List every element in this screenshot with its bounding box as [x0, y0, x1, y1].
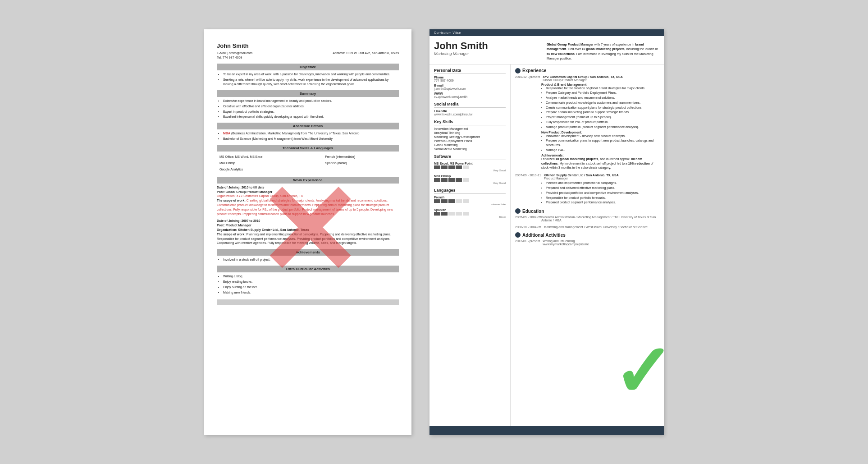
phone-label: Phone: [434, 76, 506, 79]
summary-item-1: Extensive experience in brand management…: [223, 99, 399, 103]
academic-list: MBA (Business Administration, Marketing …: [217, 131, 399, 141]
work-date-1: Date of Joining: 2010 to till date: [217, 185, 399, 190]
add-dates-1: 2012-01 - present: [515, 239, 540, 246]
b1-9: Manage product portfolio (product segmen…: [546, 125, 659, 129]
lang-name-2: Spanish: [434, 208, 506, 211]
skill-6: Social Media Marketing: [434, 147, 506, 151]
left-footer-bar: [217, 299, 399, 305]
skill-1: Innovation Management: [434, 127, 506, 130]
b2-1: Innovation development - develop new pro…: [546, 134, 659, 138]
b1-1: Responsible for the creation of global b…: [546, 86, 659, 91]
software-item-2: Mail Chimp Very Good: [434, 175, 506, 184]
b3-1: Planned and implemented promotional camp…: [546, 181, 659, 185]
technical-header: Technical Skills & Languages: [217, 145, 399, 152]
b1-8: Fully responsible for P&L of product por…: [546, 120, 659, 124]
lang-name-1: French: [434, 196, 506, 199]
bar-block: [456, 212, 462, 216]
b3-3: Provided product portfolios and competit…: [546, 191, 659, 195]
work-header: Work Experience: [217, 177, 399, 184]
right-left-col: Personal Data Phone 774-987-4009 E-mail …: [429, 64, 511, 426]
skills-table: MS Office: MS Word, MS Excel French (int…: [217, 153, 399, 173]
summary-list: Extensive experience in brand management…: [217, 99, 399, 119]
bar-block: [441, 199, 448, 203]
sub-heading-2: New Product Development:: [541, 131, 659, 134]
linkedin-value: www.linkedin.com/johnsutw: [434, 113, 506, 116]
bullets-1: Responsible for the creation of global b…: [541, 86, 659, 129]
cv-label: Curriculum Vitae: [434, 31, 461, 34]
bar-block: [463, 165, 469, 169]
edu-icon: [515, 208, 521, 214]
add-activity: Writing and Influencing: [543, 239, 589, 243]
personal-data-title: Personal Data: [434, 68, 506, 74]
software-name-2: Mail Chimp: [434, 175, 506, 178]
education-title: Education: [515, 208, 659, 214]
b3-4: Responsible for product portfolio foreca…: [546, 196, 659, 200]
right-resume-wrapper: Curriculum Vitae John Smith Marketing Ma…: [429, 29, 664, 435]
exp-body-2: Planned and implemented promotional camp…: [515, 181, 659, 205]
objective-item-2: Seeking a role, where I will be able to …: [223, 78, 399, 87]
right-body: Personal Data Phone 774-987-4009 E-mail …: [429, 64, 664, 426]
bar-block: [434, 199, 440, 203]
right-bottom-bar: [429, 426, 664, 435]
work-entry-2: Date of Joining: 2007 to 2010 Post: Prod…: [217, 219, 399, 245]
bar-block: [456, 199, 462, 203]
work-date-2: Date of Joining: 2007 to 2010: [217, 219, 399, 223]
language-1: French Intermediate: [434, 196, 506, 206]
work-post-1: Post: Global Group Product Manager: [217, 190, 399, 194]
b1-2: Prepare Category and Portfolio Deploymen…: [546, 91, 659, 95]
skill-mailchimp: Mail Chimp: [218, 161, 322, 166]
bar-block: [441, 212, 448, 216]
right-job-title: Marketing Manager: [434, 51, 547, 56]
mba-label: MBA: [223, 132, 230, 135]
bar-block: [463, 199, 469, 203]
add-entry-1: 2012-01 - present Writing and Influencin…: [515, 239, 659, 246]
edu-entry-2: 2000-10 - 2004-05 Marketing and Manageme…: [515, 225, 659, 229]
add-icon: [515, 232, 521, 238]
languages-title: Languages: [434, 188, 506, 194]
b3-5: Prepared product segment performance ana…: [546, 200, 659, 205]
left-tel: Tel: 774-987-4009: [217, 55, 399, 60]
right-right-col: Experience 2010-12 - present XYZ Cosmeti…: [511, 64, 664, 426]
lang-label-1: Intermediate: [434, 203, 506, 206]
exp-entry-1: 2010-12 - present XYZ Cosmetics Capital …: [515, 75, 659, 170]
edu-dates-1: 2005-09 - 2007-05: [515, 216, 539, 222]
achievements-list: Involved in a stock sell-off project.: [217, 257, 399, 262]
summary-header: Summary: [217, 90, 399, 97]
exp-role-1: Global Group Product Manager: [543, 78, 622, 82]
right-header-left: John Smith Marketing Manager: [434, 41, 547, 61]
objective-item-1: To be an expert in my area of work, with…: [223, 72, 399, 77]
email-label-r: E-mail: [434, 84, 506, 87]
work-scope-1: The scope of work: Creating global brand…: [217, 198, 399, 216]
skill-spanish: Spanish (basic): [323, 161, 398, 166]
left-email: E-Mail: j.smith@mail.com: [217, 51, 252, 55]
work-org-1: Organization: XYZ Cosmetics Capital Grou…: [217, 194, 399, 198]
bar-block: [448, 165, 455, 169]
exp-org-role-2: Kitchen Supply Center Ltd / San Antonio,…: [544, 174, 619, 180]
left-resume: John Smith E-Mail: j.smith@mail.com Addr…: [204, 29, 411, 435]
add-desc-1: Writing and Influencing www.mymarketingc…: [543, 239, 589, 246]
edu-header-1: 2005-09 - 2007-05 Business Administratio…: [515, 216, 659, 222]
exp-header-1: 2010-12 - present XYZ Cosmetics Capital …: [515, 75, 659, 82]
exp-dates-2: 2007-09 - 2010-11: [515, 174, 541, 180]
extra-item-1: Writing a blog.: [223, 274, 399, 279]
b1-6: Prepare annual marketing plans to suppor…: [546, 110, 659, 115]
academic-header: Academic Details: [217, 123, 399, 129]
phone-value: 774-987-4009: [434, 79, 506, 82]
summary-item-4: Excellent interpersonal skills quickly d…: [223, 115, 399, 119]
academic-item-2: Bachelor of Science (Marketing and Manag…: [223, 137, 399, 141]
software-label-1: Very Good: [434, 169, 506, 172]
software-title: Software: [434, 154, 506, 160]
summary-item-2: Creative with effective and efficient or…: [223, 104, 399, 109]
extra-header: Extra Curricular Activities: [217, 266, 399, 272]
scope-label-1: The scope of work:: [217, 199, 246, 202]
exp-entry-2: 2007-09 - 2010-11 Kitchen Supply Center …: [515, 174, 659, 205]
work-entry-1: Date of Joining: 2010 to till date Post:…: [217, 185, 399, 216]
extra-item-2: Enjoy reading books.: [223, 280, 399, 284]
right-header-summary: Global Group Product Manager with 7 year…: [547, 41, 659, 61]
edu-dates-2: 2000-10 - 2004-05: [515, 225, 541, 229]
exp-org-1: XYZ Cosmetics Capital Group / San Antoni…: [543, 75, 622, 78]
skill-ms-office: MS Office: MS Word, MS Excel: [218, 154, 322, 160]
exp-dates-1: 2010-12 - present: [515, 75, 540, 82]
bar-block: [456, 178, 462, 182]
bar-block: [441, 165, 448, 169]
